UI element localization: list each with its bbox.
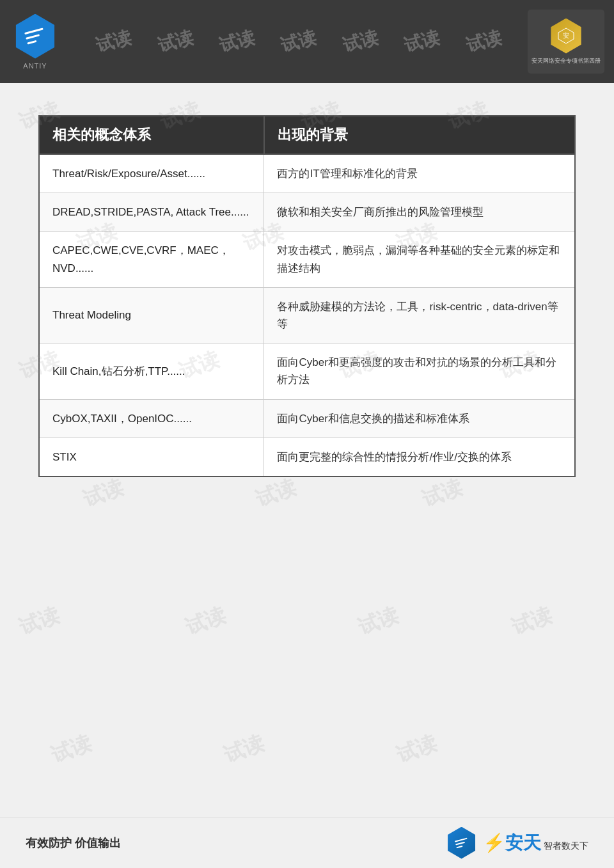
table-cell-right-3: 各种威胁建模的方法论，工具，risk-centric，data-driven等等: [264, 287, 575, 343]
bl-1: [454, 837, 467, 842]
table-cell-left-2: CAPEC,CWE,CVE,CVRF，MAEC，NVD......: [39, 232, 264, 287]
header-watermarks: 试读 试读 试读 试读 试读 试读 试读: [70, 0, 528, 83]
header: ANTIY 试读 试读 试读 试读 试读 试读 试读 安 安天网络安全专项书第四…: [0, 0, 614, 83]
table-row: DREAD,STRIDE,PASTA, Attack Tree......微软和…: [39, 193, 575, 232]
header-wm-5: 试读: [340, 25, 381, 58]
table-row: CybOX,TAXII，OpenIOC......面向Cyber和信息交换的描述…: [39, 399, 575, 438]
concept-table: 相关的概念体系 出现的背景 Threat/Risk/Exposure/Asset…: [38, 115, 576, 477]
header-wm-3: 试读: [217, 25, 258, 58]
page-wm-18: 试读: [508, 601, 556, 642]
page-wm-16: 试读: [182, 601, 230, 642]
table-cell-right-1: 微软和相关安全厂商所推出的风险管理模型: [264, 193, 575, 232]
bottom-logo-icon: [446, 827, 478, 859]
bottom-logo-name: ⚡安天 智者数天下: [483, 831, 588, 855]
bl-3: [456, 845, 462, 848]
logo-line-1: [24, 28, 43, 35]
col1-header: 相关的概念体系: [39, 116, 264, 154]
table-row: Threat/Risk/Exposure/Asset......西方的IT管理和…: [39, 154, 575, 193]
logo-area: ANTIY: [0, 0, 70, 83]
page-wm-17: 试读: [354, 601, 402, 642]
table-row: Threat Modeling各种威胁建模的方法论，工具，risk-centri…: [39, 287, 575, 343]
table-row: STIX面向更完整的综合性的情报分析/作业/交换的体系: [39, 438, 575, 477]
bottom-bar: 有效防护 价值输出 ⚡安天 智者数天下: [0, 817, 614, 868]
svg-text:安: 安: [563, 32, 569, 39]
col2-header: 出现的背景: [264, 116, 575, 154]
table-cell-right-0: 西方的IT管理和标准化的背景: [264, 154, 575, 193]
page-wm-15: 试读: [15, 601, 63, 642]
logo-lines: [24, 28, 46, 44]
table-row: CAPEC,CWE,CVE,CVRF，MAEC，NVD......对攻击模式，脆…: [39, 232, 575, 287]
table-header-row: 相关的概念体系 出现的背景: [39, 116, 575, 154]
main-content: 相关的概念体系 出现的背景 Threat/Risk/Exposure/Asset…: [0, 83, 614, 509]
bottom-slogan: 有效防护 价值输出: [26, 835, 121, 851]
header-wm-1: 试读: [93, 25, 134, 58]
header-wm-7: 试读: [464, 25, 505, 58]
header-wm-4: 试读: [279, 25, 320, 58]
bottom-logo-text: ⚡安天: [483, 833, 541, 853]
table-cell-left-3: Threat Modeling: [39, 287, 264, 343]
bottom-logo: ⚡安天 智者数天下: [446, 827, 588, 859]
bottom-logo-lines: [454, 837, 468, 848]
bl-2: [455, 841, 465, 845]
badge-text: 安天网络安全专项书第四册: [531, 57, 601, 65]
logo-text: ANTIY: [23, 62, 47, 70]
page-wm-21: 试读: [393, 729, 441, 769]
logo-line-2: [26, 34, 40, 40]
logo-hexagon: [13, 14, 58, 59]
table-cell-left-5: CybOX,TAXII，OpenIOC......: [39, 399, 264, 438]
table-cell-right-6: 面向更完整的综合性的情报分析/作业/交换的体系: [264, 438, 575, 477]
table-cell-left-1: DREAD,STRIDE,PASTA, Attack Tree......: [39, 193, 264, 232]
table-cell-left-4: Kill Chain,钻石分析,TTP......: [39, 343, 264, 399]
table-cell-right-5: 面向Cyber和信息交换的描述和标准体系: [264, 399, 575, 438]
bottom-logo-sub: 智者数天下: [544, 840, 588, 851]
table-cell-left-6: STIX: [39, 438, 264, 477]
table-cell-right-2: 对攻击模式，脆弱点，漏洞等各种基础的安全元素的标定和描述结构: [264, 232, 575, 287]
header-wm-2: 试读: [155, 25, 196, 58]
page-wm-19: 试读: [47, 729, 95, 769]
table-row: Kill Chain,钻石分析,TTP......面向Cyber和更高强度的攻击…: [39, 343, 575, 399]
logo-line-3: [27, 40, 36, 45]
table-cell-right-4: 面向Cyber和更高强度的攻击和对抗的场景的分析工具和分析方法: [264, 343, 575, 399]
header-badge: 安 安天网络安全专项书第四册: [528, 10, 604, 74]
page-wm-20: 试读: [220, 729, 268, 769]
header-wm-6: 试读: [402, 25, 443, 58]
table-cell-left-0: Threat/Risk/Exposure/Asset......: [39, 154, 264, 193]
badge-icon: 安: [549, 19, 584, 54]
